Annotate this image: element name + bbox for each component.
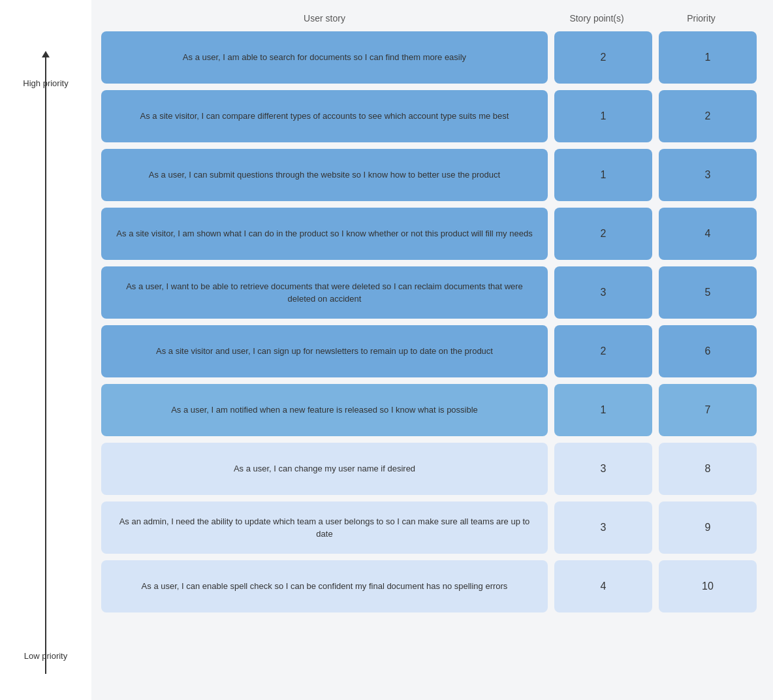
table-row: As a user, I can submit questions throug… [101, 149, 757, 201]
table-row: As a site visitor, I am shown what I can… [101, 208, 757, 260]
cell-story: As a user, I am notified when a new feat… [101, 384, 548, 436]
cell-story: As a user, I want to be able to retrieve… [101, 266, 548, 319]
cell-priority: 1 [659, 31, 757, 84]
cell-priority: 7 [659, 384, 757, 436]
high-priority-label: High priority [23, 78, 68, 88]
cell-story: As a user, I can enable spell check so I… [101, 560, 548, 612]
cell-priority: 6 [659, 325, 757, 377]
axis-arrow [42, 51, 50, 57]
table-row: As a site visitor, I can compare differe… [101, 90, 757, 142]
cell-priority: 9 [659, 501, 757, 554]
rows-container: As a user, I am able to search for docum… [101, 31, 757, 619]
cell-points: 1 [554, 384, 652, 436]
cell-priority: 10 [659, 560, 757, 612]
header-row: User story Story point(s) Priority [101, 13, 757, 24]
cell-story: As an admin, I need the ability to updat… [101, 501, 548, 554]
cell-story: As a user, I can change my user name if … [101, 443, 548, 495]
cell-points: 3 [554, 501, 652, 554]
cell-story: As a site visitor, I am shown what I can… [101, 208, 548, 260]
cell-points: 1 [554, 90, 652, 142]
low-priority-label: Low priority [24, 651, 67, 661]
cell-story: As a site visitor and user, I can sign u… [101, 325, 548, 377]
cell-story: As a user, I am able to search for docum… [101, 31, 548, 84]
cell-points: 4 [554, 560, 652, 612]
cell-priority: 4 [659, 208, 757, 260]
page-container: High priority Low priority User story St… [0, 0, 773, 700]
axis-line [45, 52, 46, 674]
cell-priority: 3 [659, 149, 757, 201]
cell-story: As a site visitor, I can compare differe… [101, 90, 548, 142]
table-row: As a user, I can change my user name if … [101, 443, 757, 495]
col-story-header: User story [104, 13, 544, 24]
table-row: As an admin, I need the ability to updat… [101, 501, 757, 554]
cell-points: 2 [554, 31, 652, 84]
cell-points: 2 [554, 325, 652, 377]
table-row: As a user, I can enable spell check so I… [101, 560, 757, 612]
table-row: As a site visitor and user, I can sign u… [101, 325, 757, 377]
main-area: User story Story point(s) Priority As a … [91, 0, 773, 700]
table-row: As a user, I am notified when a new feat… [101, 384, 757, 436]
col-priority-header: Priority [649, 13, 753, 24]
cell-points: 2 [554, 208, 652, 260]
cell-story: As a user, I can submit questions throug… [101, 149, 548, 201]
table-row: As a user, I want to be able to retrieve… [101, 266, 757, 319]
cell-points: 3 [554, 443, 652, 495]
table-row: As a user, I am able to search for docum… [101, 31, 757, 84]
cell-priority: 5 [659, 266, 757, 319]
priority-axis: High priority Low priority [0, 0, 91, 700]
col-points-header: Story point(s) [544, 13, 649, 24]
cell-points: 3 [554, 266, 652, 319]
cell-points: 1 [554, 149, 652, 201]
cell-priority: 2 [659, 90, 757, 142]
cell-priority: 8 [659, 443, 757, 495]
